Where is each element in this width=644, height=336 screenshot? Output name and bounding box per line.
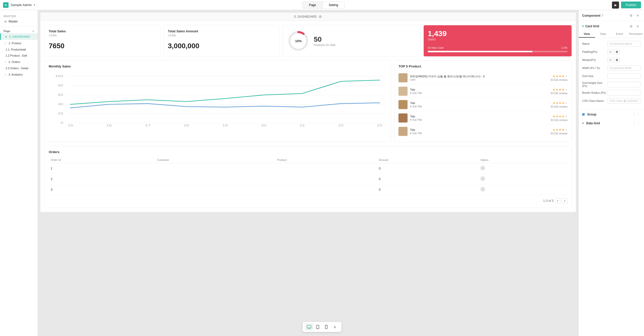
sidebar-item-analytics[interactable]: ○ 3. Analytics [0, 71, 38, 78]
data-grid-section: ▾ Data Grid ⋮⋮ [579, 118, 644, 127]
tab-data[interactable]: Data [595, 31, 611, 38]
product-avatar [398, 127, 408, 136]
product-title: Title [410, 115, 548, 118]
name-input[interactable] [607, 41, 640, 46]
help-icon[interactable]: ? [601, 14, 603, 17]
svg-point-31 [326, 328, 327, 328]
scroll-up-button[interactable]: ∧ [331, 323, 339, 330]
next-page-button[interactable]: › [562, 198, 568, 204]
users-count: 1,439 [428, 29, 568, 38]
right-sidebar-header: Component ? ⚙ ✕ [579, 10, 644, 21]
donut-label: 10% [295, 39, 302, 43]
tab-page[interactable]: Page [303, 2, 322, 9]
master-label: Master [0, 13, 38, 18]
canvas-area: 0. DASHBOARD ⚙ Total Sales +2.6% 7650 To… [40, 13, 576, 212]
sidebar-item-master[interactable]: ⊞ Master [0, 18, 38, 25]
sidebar-item-product-edit[interactable]: 1.2 Product - Edit [0, 53, 38, 59]
product-item: Title♥ Sub Title★★★★★83.52k reviews [398, 125, 568, 138]
right-sidebar: Component ? ⚙ ✕ ▾ Card Grid ⚙ ✕ View Dat… [578, 10, 644, 336]
sidebar-item-orders[interactable]: ○ 2. Orders [0, 59, 38, 65]
padding-square-btn[interactable]: □ [607, 49, 613, 55]
table-cell-product [275, 163, 377, 174]
table-cell-customer [155, 184, 275, 195]
sidebar-item-dashboard[interactable]: ● 0. DASHBOARD [0, 33, 38, 40]
page-section-title: Page + [0, 28, 38, 33]
svg-text:16: 16 [106, 124, 112, 127]
name-label: Name [582, 42, 607, 45]
margin-btns: □ ⊞ [607, 57, 640, 63]
orders-card: Orders Order Id Customer Product Amount … [44, 146, 572, 208]
circle-outline-3-icon: ○ [4, 73, 7, 76]
svg-text:23: 23 [377, 124, 382, 127]
svg-text:22: 22 [338, 124, 343, 127]
css-class-row: CSS Class Name [582, 98, 640, 104]
data-grid-drag-icon[interactable]: ⋮⋮ [632, 121, 640, 126]
settings-icon[interactable]: ⚙ [319, 15, 322, 19]
margin-expand-btn[interactable]: ⊞ [614, 57, 620, 63]
close-icon-btn[interactable]: ✕ [635, 13, 640, 18]
table-row: 10 [49, 163, 568, 174]
padding-expand-btn[interactable]: ⊞ [614, 49, 620, 55]
margin-square-btn[interactable]: □ [607, 57, 613, 63]
orders-table-header: Order Id Customer Product Amount Status [49, 157, 568, 163]
mobile-view-button[interactable] [322, 323, 330, 330]
dropdown-arrow-icon[interactable]: ▾ [34, 4, 35, 6]
publish-button[interactable]: Publish [621, 2, 641, 8]
table-cell-amount: 0 [377, 163, 478, 174]
product-subtitle: color [410, 78, 548, 81]
add-page-icon[interactable]: + [33, 30, 34, 33]
card-grid-close-btn[interactable]: ✕ [635, 23, 640, 29]
group-drag-icon[interactable]: ⋮⋮ [632, 112, 640, 117]
tab-view[interactable]: View [579, 31, 595, 38]
monthly-sales-title: Monthly Sales [49, 64, 387, 68]
tab-event[interactable]: Event [611, 31, 628, 38]
reviews: 83.52k reviews [551, 119, 568, 122]
css-class-input[interactable] [607, 98, 640, 104]
data-grid-collapse-icon[interactable]: ▾ [582, 122, 584, 125]
sidebar-item-orders-detail[interactable]: 2.3 Orders - Detail [0, 65, 38, 71]
border-radius-input[interactable]: 5px [607, 90, 640, 95]
card-grid-settings-btn[interactable]: ⚙ [628, 23, 634, 29]
desktop-view-button[interactable] [305, 323, 313, 330]
tablet-view-button[interactable] [314, 323, 322, 330]
collapse-icon[interactable]: ▾ [582, 25, 584, 28]
prev-page-button[interactable]: ‹ [555, 198, 560, 204]
col-customer: Customer [155, 157, 275, 163]
grid-height-input[interactable]: 215px [607, 82, 640, 87]
css-class-label: CSS Class Name [582, 99, 607, 102]
grid-size-input[interactable]: 3 [607, 73, 640, 79]
col-product: Product [275, 157, 377, 163]
total-amount-change: +2.6% [168, 34, 275, 37]
products-count: 50 [314, 35, 335, 43]
tab-permission[interactable]: Permission [628, 31, 644, 38]
table-cell-customer [155, 174, 275, 184]
total-sales-card: Total Sales +2.6% 7650 [44, 25, 160, 57]
reviews: 83.52k reviews [551, 79, 568, 81]
margin-control: □ ⊞ [607, 57, 640, 63]
circle-icon: ● [4, 35, 8, 38]
width-row: Width (Px / %) [582, 65, 640, 71]
top-bar-right: ▶ Publish [612, 2, 641, 9]
product-subtitle: ♥ Sub Title [410, 105, 548, 108]
top5-title: TOP 5 Product [398, 64, 568, 68]
products-label: Products On Sale [314, 43, 335, 46]
users-card: 1,439 Users 43 New User 2.3% [423, 25, 572, 57]
group-title: Group [582, 113, 596, 116]
sidebar-item-product[interactable]: ○ 1. Product [0, 40, 38, 46]
stars: ★★★★★ [553, 101, 568, 105]
tab-setting[interactable]: Setting [322, 2, 344, 9]
settings-icon-btn[interactable]: ⚙ [628, 13, 634, 18]
product-item: Title♥ Sub Title★★★★★83.52k reviews [398, 85, 568, 98]
product-avatar [398, 113, 408, 123]
product-avatar [398, 100, 408, 109]
width-input[interactable] [607, 65, 640, 71]
play-button[interactable]: ▶ [612, 2, 619, 9]
status-dot [480, 166, 485, 170]
table-cell-product [275, 174, 377, 184]
grid-size-row: Grid Size 3 [582, 73, 640, 79]
sidebar-item-product-add[interactable]: 1.1. Product/add [0, 46, 38, 53]
right-tabs-row: View Data Event Permission [579, 31, 644, 38]
product-item: Title♥ Sub Title★★★★★83.52k reviews [398, 111, 568, 125]
svg-text:20: 20 [261, 124, 266, 127]
top-bar-tabs: Page Setting [303, 2, 344, 9]
